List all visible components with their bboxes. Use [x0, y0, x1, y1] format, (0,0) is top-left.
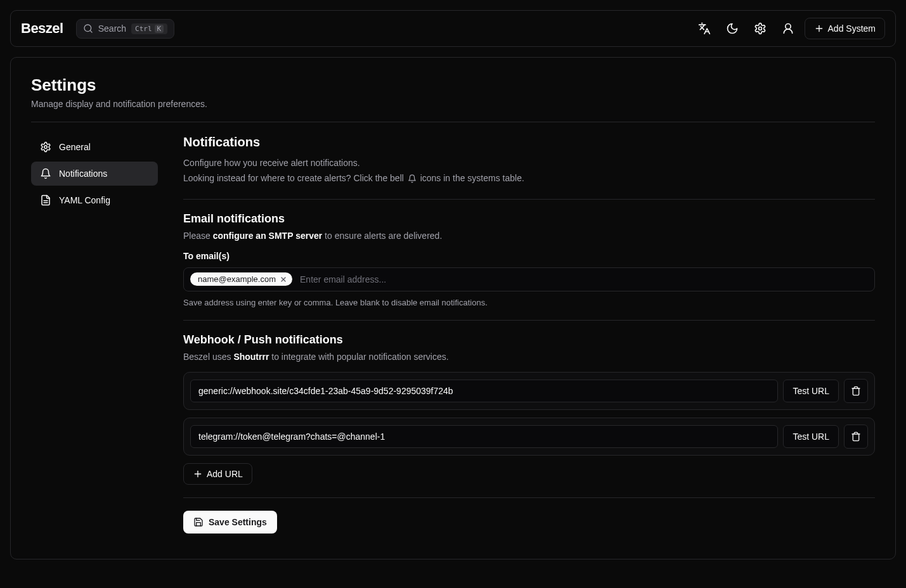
- add-url-button[interactable]: Add URL: [183, 463, 252, 485]
- gear-icon: [40, 141, 51, 153]
- webhook-desc: Beszel uses Shoutrrr to integrate with p…: [183, 352, 875, 362]
- divider: [183, 320, 875, 321]
- email-tag: name@example.com: [190, 272, 292, 286]
- shoutrrr-link[interactable]: Shoutrrr: [233, 352, 269, 362]
- bell-icon: [40, 168, 51, 179]
- theme-button[interactable]: [721, 17, 744, 40]
- file-icon: [40, 195, 51, 206]
- language-button[interactable]: [693, 17, 716, 40]
- sidebar-item-notifications[interactable]: Notifications: [31, 162, 158, 186]
- svg-point-3: [44, 146, 48, 149]
- add-url-label: Add URL: [207, 469, 243, 479]
- notifications-desc-2: Looking instead for where to create aler…: [183, 171, 875, 186]
- search-button[interactable]: Search Ctrl K: [76, 19, 174, 39]
- svg-point-1: [758, 27, 761, 30]
- sidebar-item-label: General: [59, 142, 91, 152]
- delete-url-button[interactable]: [844, 425, 868, 449]
- test-url-button[interactable]: Test URL: [783, 380, 839, 402]
- search-label: Search: [98, 23, 126, 34]
- page-subtitle: Manage display and notification preferen…: [31, 99, 875, 109]
- user-button[interactable]: [777, 17, 799, 40]
- user-icon: [782, 22, 794, 35]
- divider: [183, 199, 875, 200]
- notifications-title: Notifications: [183, 135, 875, 150]
- webhook-url-input[interactable]: [190, 425, 778, 448]
- search-shortcut: Ctrl K: [131, 23, 167, 34]
- sidebar-item-label: YAML Config: [59, 195, 110, 205]
- moon-icon: [726, 22, 739, 35]
- webhook-title: Webhook / Push notifications: [183, 333, 875, 347]
- save-icon: [193, 517, 204, 527]
- webhook-url-input[interactable]: [190, 380, 778, 402]
- email-input-wrapper[interactable]: name@example.com: [183, 267, 875, 291]
- webhook-url-row: Test URL: [183, 372, 875, 410]
- delete-url-button[interactable]: [844, 379, 868, 403]
- translate-icon: [698, 22, 711, 35]
- divider: [183, 497, 875, 498]
- trash-icon: [851, 386, 861, 396]
- add-system-label: Add System: [828, 23, 876, 34]
- logo[interactable]: Beszel: [21, 20, 63, 37]
- plus-icon: [814, 23, 824, 34]
- svg-point-2: [785, 24, 790, 29]
- notifications-desc: Configure how you receive alert notifica…: [183, 156, 875, 171]
- sidebar-item-yaml-config[interactable]: YAML Config: [31, 188, 158, 212]
- email-field-label: To email(s): [183, 251, 875, 261]
- email-help-text: Save address using enter key or comma. L…: [183, 298, 875, 307]
- trash-icon: [851, 431, 861, 442]
- search-icon: [83, 23, 93, 34]
- email-input[interactable]: [297, 272, 868, 287]
- page-title: Settings: [31, 75, 875, 95]
- add-system-button[interactable]: Add System: [805, 18, 885, 39]
- webhook-url-row: Test URL: [183, 418, 875, 456]
- gear-icon: [754, 22, 767, 35]
- email-tag-text: name@example.com: [198, 274, 276, 284]
- remove-tag-button[interactable]: [280, 276, 287, 283]
- save-settings-button[interactable]: Save Settings: [183, 511, 277, 534]
- test-url-button[interactable]: Test URL: [783, 425, 839, 448]
- email-title: Email notifications: [183, 212, 875, 226]
- save-settings-label: Save Settings: [209, 517, 267, 527]
- plus-icon: [193, 469, 203, 479]
- sidebar-item-general[interactable]: General: [31, 135, 158, 159]
- settings-button[interactable]: [749, 17, 772, 40]
- email-desc: Please configure an SMTP server to ensur…: [183, 231, 875, 241]
- bell-icon: [408, 174, 417, 183]
- sidebar-item-label: Notifications: [59, 169, 107, 179]
- divider: [31, 122, 875, 122]
- smtp-link[interactable]: configure an SMTP server: [213, 231, 322, 241]
